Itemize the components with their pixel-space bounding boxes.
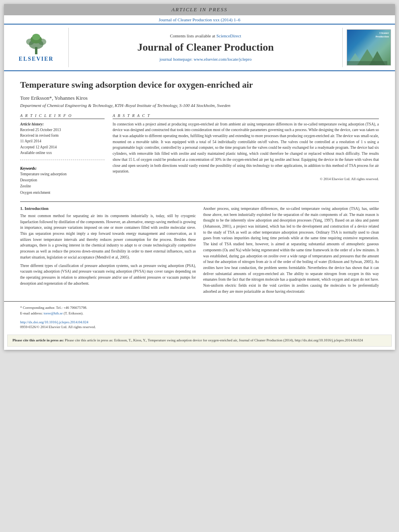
article-in-press-banner: ARTICLE IN PRESS: [4, 4, 395, 15]
keyword-4: Oxygen enrichment: [20, 190, 105, 196]
abstract-text: In connection with a project aimed at pr…: [113, 121, 379, 175]
elsevier-logo-area: ELSEVIER: [4, 28, 68, 67]
keyword-1: Temperature swing adsorption: [20, 171, 105, 177]
contents-label: Contents lists available at: [170, 33, 215, 38]
keyword-list: Temperature swing adsorption Desorption …: [20, 171, 105, 196]
doi-link[interactable]: http://dx.doi.org/10.1016/j.jclepro.2014…: [20, 320, 88, 324]
journal-citation-text: Journal of Cleaner Production xxx (2014)…: [159, 17, 241, 22]
email-label: E-mail address:: [20, 311, 43, 315]
corresponding-note: * Corresponding author. Tel.: +46 706675…: [20, 305, 379, 310]
body-columns: 1. Introduction The most common method f…: [20, 206, 379, 297]
keyword-3: Zeolite: [20, 183, 105, 189]
journal-header: ELSEVIER Contents lists available at Sci…: [4, 25, 395, 71]
affiliation: Department of Chemical Engineering & Tec…: [20, 103, 379, 108]
journal-citation-line: Journal of Cleaner Production xxx (2014)…: [4, 15, 395, 25]
svg-point-5: [32, 34, 40, 40]
intro-col2-para-1: Another process, using temperature diffe…: [203, 206, 379, 295]
email-line: E-mail address: toree@kth.se (T. Eriksso…: [20, 310, 379, 316]
article-info-heading: A R T I C L E I N F O: [20, 113, 105, 119]
body-left-col: 1. Introduction The most common method f…: [20, 206, 196, 297]
received-revised-date: 11 April 2014: [20, 138, 105, 144]
elsevier-wordmark: ELSEVIER: [19, 56, 54, 62]
main-content: Temperature swing adsorption device for …: [4, 71, 395, 301]
cover-title: Cleaner Production: [376, 31, 389, 39]
email-address[interactable]: toree@kth.se: [43, 311, 63, 315]
elsevier-tree-icon: [24, 33, 48, 55]
article-title: Temperature swing adsorption device for …: [20, 79, 379, 91]
info-divider: [20, 160, 105, 160]
received-date: Received 25 October 2013: [20, 127, 105, 133]
banner-text: ARTICLE IN PRESS: [171, 6, 228, 12]
abstract-column: A B S T R A C T In connection with a pro…: [113, 113, 379, 196]
doi-line: http://dx.doi.org/10.1016/j.jclepro.2014…: [4, 319, 395, 324]
keywords-section: Keywords: Temperature swing adsorption D…: [20, 164, 105, 196]
issn-line: 0959-6526/© 2014 Elsevier Ltd. All right…: [4, 324, 395, 331]
body-right-col: Another process, using temperature diffe…: [203, 206, 379, 297]
journal-cover-image: Cleaner Production: [347, 29, 391, 66]
citation-bar: Please cite this article in press as: Pl…: [7, 335, 392, 347]
journal-cover-area: Cleaner Production: [343, 28, 395, 67]
article-info-column: A R T I C L E I N F O Article history: R…: [20, 113, 105, 196]
keyword-2: Desorption: [20, 177, 105, 183]
footer-notes: * Corresponding author. Tel.: +46 706675…: [4, 301, 395, 320]
email-suffix: (T. Eriksson).: [64, 311, 83, 315]
contents-available-text: Contents lists available at ScienceDirec…: [170, 33, 241, 38]
citation-text: Please cite this article in press as: Er…: [65, 338, 363, 342]
abstract-heading: A B S T R A C T: [113, 113, 379, 119]
copyright: © 2014 Elsevier Ltd. All rights reserved…: [113, 177, 379, 181]
authors-text: Tore Eriksson*, Yohannes Kiros: [20, 95, 88, 101]
keywords-label: Keywords:: [20, 166, 37, 170]
svg-rect-10: [347, 61, 387, 65]
accepted-date: Accepted 12 April 2014: [20, 144, 105, 150]
article-page: ARTICLE IN PRESS Journal of Cleaner Prod…: [4, 4, 395, 350]
article-info-abstract-area: A R T I C L E I N F O Article history: R…: [20, 113, 379, 196]
journal-homepage: journal homepage: www.elsevier.com/locat…: [160, 57, 252, 62]
history-label: Article history:: [20, 121, 105, 127]
journal-title-area: Contents lists available at ScienceDirec…: [68, 28, 343, 67]
please-cite-label: Please cite this article in press as:: [12, 338, 65, 342]
intro-heading: 1. Introduction: [20, 206, 196, 211]
article-history: Article history: Received 25 October 201…: [20, 121, 105, 156]
main-section-divider: [20, 201, 379, 202]
intro-para-2: Three different types of classification …: [20, 263, 196, 287]
received-revised-label: Received in revised form: [20, 133, 105, 138]
authors: Tore Eriksson*, Yohannes Kiros: [20, 95, 379, 101]
available-online: Available online xxx: [20, 150, 105, 156]
sciencedirect-link[interactable]: ScienceDirect: [216, 33, 241, 38]
journal-title: Journal of Cleaner Production: [137, 41, 274, 53]
cover-scene-icon: [347, 41, 387, 65]
intro-para-1: The most common method for separating ai…: [20, 213, 196, 261]
